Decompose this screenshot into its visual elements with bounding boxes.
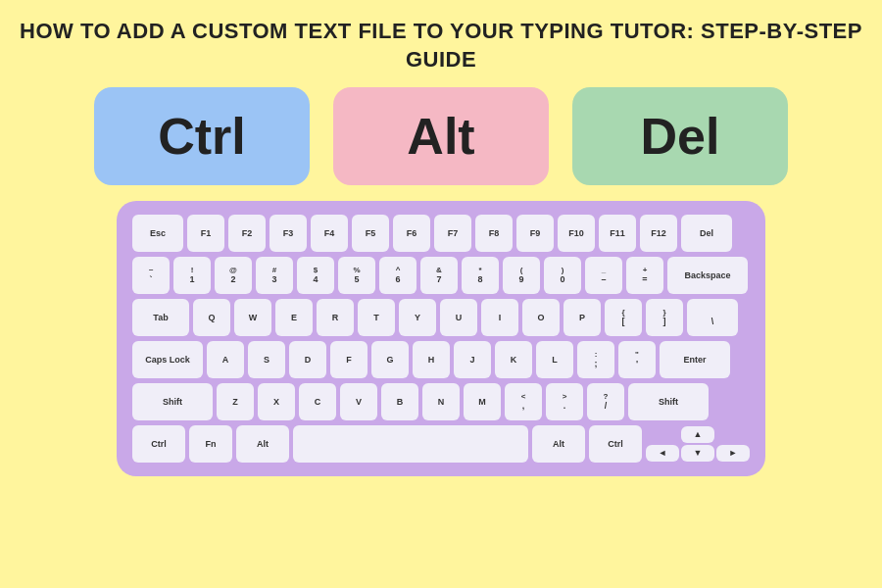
key-f4[interactable]: F4	[311, 215, 348, 252]
key-backtick[interactable]: ~`	[132, 257, 170, 294]
key-6[interactable]: ^6	[379, 257, 416, 294]
key-8[interactable]: *8	[462, 257, 499, 294]
key-f1[interactable]: F1	[187, 215, 224, 252]
key-a[interactable]: A	[207, 341, 244, 378]
key-shift-right[interactable]: Shift	[628, 383, 709, 420]
key-2[interactable]: @2	[215, 257, 252, 294]
key-alt-left[interactable]: Alt	[236, 425, 289, 463]
key-f5[interactable]: F5	[352, 215, 389, 252]
key-b[interactable]: B	[381, 383, 418, 420]
key-f12[interactable]: F12	[640, 215, 677, 252]
key-minus[interactable]: _–	[585, 257, 622, 294]
key-shift-left[interactable]: Shift	[132, 383, 213, 420]
big-key-del[interactable]: Del	[572, 87, 788, 185]
key-f8[interactable]: F8	[475, 215, 513, 252]
key-g[interactable]: G	[371, 341, 409, 378]
key-slash[interactable]: ?/	[587, 383, 624, 420]
key-z[interactable]: Z	[217, 383, 254, 420]
key-q[interactable]: Q	[193, 299, 230, 336]
key-rbracket[interactable]: }]	[646, 299, 683, 336]
key-space[interactable]	[293, 425, 528, 463]
key-ctrl-left[interactable]: Ctrl	[132, 425, 185, 463]
key-alt-right[interactable]: Alt	[532, 425, 585, 463]
key-enter[interactable]: Enter	[660, 341, 730, 378]
key-lbracket[interactable]: {[	[605, 299, 642, 336]
key-fn[interactable]: Fn	[189, 425, 232, 463]
key-v[interactable]: V	[340, 383, 377, 420]
key-f11[interactable]: F11	[599, 215, 636, 252]
key-quote[interactable]: "'	[618, 341, 656, 378]
key-backspace[interactable]: Backspace	[667, 257, 748, 294]
key-ctrl-right[interactable]: Ctrl	[589, 425, 642, 463]
key-f6[interactable]: F6	[393, 215, 430, 252]
key-7[interactable]: &7	[420, 257, 458, 294]
key-0[interactable]: )0	[544, 257, 581, 294]
keyboard-row-bottom: Ctrl Fn Alt Alt Ctrl ▲ ◄ ▼ ►	[132, 425, 750, 463]
key-4[interactable]: $4	[297, 257, 334, 294]
key-period[interactable]: >.	[546, 383, 583, 420]
key-e[interactable]: E	[275, 299, 313, 336]
page-title: HOW TO ADD A CUSTOM TEXT FILE TO YOUR TY…	[20, 18, 862, 74]
key-arrow-up[interactable]: ▲	[681, 426, 714, 443]
keyboard-row-qwerty: Tab Q W E R T Y U I O P {[ }] \	[132, 299, 750, 336]
key-f9[interactable]: F9	[516, 215, 554, 252]
key-equals[interactable]: +=	[626, 257, 663, 294]
big-key-ctrl[interactable]: Ctrl	[94, 87, 310, 185]
key-f2[interactable]: F2	[228, 215, 266, 252]
key-f7[interactable]: F7	[434, 215, 471, 252]
key-m[interactable]: M	[464, 383, 501, 420]
key-i[interactable]: I	[481, 299, 518, 336]
key-c[interactable]: C	[299, 383, 336, 420]
key-k[interactable]: K	[495, 341, 532, 378]
key-u[interactable]: U	[440, 299, 477, 336]
key-tab[interactable]: Tab	[132, 299, 189, 336]
keyboard-row-zxcv: Shift Z X C V B N M <, >. ?/ Shift	[132, 383, 750, 420]
key-comma[interactable]: <,	[505, 383, 542, 420]
key-w[interactable]: W	[234, 299, 271, 336]
key-o[interactable]: O	[522, 299, 560, 336]
big-keys-row: Ctrl Alt Del	[94, 87, 788, 185]
key-arrow-left[interactable]: ◄	[646, 445, 679, 462]
key-j[interactable]: J	[454, 341, 491, 378]
key-d[interactable]: D	[289, 341, 326, 378]
key-9[interactable]: (9	[503, 257, 540, 294]
keyboard: Esc F1 F2 F3 F4 F5 F6 F7 F8 F9 F10 F11 F…	[117, 201, 765, 476]
keyboard-row-fn: Esc F1 F2 F3 F4 F5 F6 F7 F8 F9 F10 F11 F…	[132, 215, 750, 252]
key-y[interactable]: Y	[399, 299, 436, 336]
key-s[interactable]: S	[248, 341, 285, 378]
big-key-alt[interactable]: Alt	[333, 87, 549, 185]
keyboard-row-numbers: ~` !1 @2 #3 $4 %5 ^6 &7 *8 (9 )0 _– += B…	[132, 257, 750, 294]
key-x[interactable]: X	[258, 383, 295, 420]
key-1[interactable]: !1	[173, 257, 211, 294]
keyboard-row-asdf: Caps Lock A S D F G H J K L :; "' Enter	[132, 341, 750, 378]
key-5[interactable]: %5	[338, 257, 375, 294]
key-capslock[interactable]: Caps Lock	[132, 341, 203, 378]
key-f10[interactable]: F10	[558, 215, 595, 252]
key-l[interactable]: L	[536, 341, 573, 378]
key-h[interactable]: H	[413, 341, 450, 378]
key-t[interactable]: T	[358, 299, 395, 336]
key-f3[interactable]: F3	[270, 215, 307, 252]
key-3[interactable]: #3	[256, 257, 293, 294]
key-f[interactable]: F	[330, 341, 368, 378]
key-arrow-right[interactable]: ►	[716, 445, 750, 462]
key-n[interactable]: N	[422, 383, 460, 420]
key-semicolon[interactable]: :;	[577, 341, 614, 378]
key-p[interactable]: P	[564, 299, 601, 336]
key-del[interactable]: Del	[681, 215, 732, 252]
key-esc[interactable]: Esc	[132, 215, 183, 252]
key-r[interactable]: R	[317, 299, 354, 336]
key-backslash[interactable]: \	[687, 299, 738, 336]
key-arrow-down[interactable]: ▼	[681, 445, 714, 462]
